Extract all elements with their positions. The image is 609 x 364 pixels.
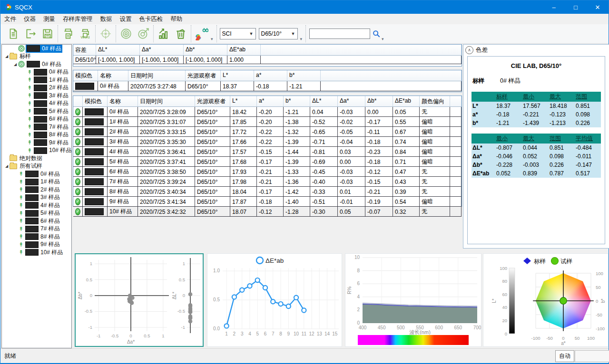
table-cell: 0.74 [393, 137, 420, 147]
table-cell: 7# 样品 [108, 177, 138, 187]
table-cell: -1.21 [287, 81, 321, 91]
print-word-button[interactable]: Word [77, 25, 94, 42]
table-cell: -0.03 [338, 107, 365, 117]
tree-item[interactable]: ↟6# 样品 [2, 115, 71, 124]
table-cell: -0.51 [310, 197, 338, 207]
tree-item[interactable]: ↟0# 样品 [2, 170, 71, 178]
color-swatch [34, 77, 47, 83]
tree-item[interactable]: ↟8# 样品 [2, 233, 71, 241]
tree-item[interactable]: ↟4# 样品 [2, 100, 71, 108]
tree-item[interactable]: ↟6# 样品 [2, 217, 71, 225]
menu-item[interactable]: 数据 [97, 14, 116, 24]
menu-item[interactable]: 仪器 [20, 14, 39, 24]
tree-item[interactable]: ↟4# 样品 [2, 201, 71, 210]
svg-text:0: 0 [562, 335, 564, 341]
table-cell [83, 157, 108, 167]
table-cell: 2020/7/25 3:39:24 [138, 177, 195, 187]
header-cell: b* [287, 70, 321, 81]
collapse-icon[interactable]: ∧ [465, 46, 473, 54]
close-button[interactable]: ✕ [587, 0, 609, 14]
menu-item[interactable]: 文件 [0, 14, 20, 24]
status-empty-box [575, 350, 609, 362]
delete-trash-button[interactable] [172, 25, 189, 42]
target-crosshair-button[interactable] [97, 25, 114, 42]
tree-item[interactable]: ↟9# 样品 [2, 241, 71, 249]
tree-item[interactable]: ↟1# 样品 [2, 178, 71, 186]
tree-item[interactable]: 绝对数据 [2, 154, 71, 163]
save-button[interactable] [39, 25, 56, 42]
table-cell: 17.85 [230, 117, 257, 127]
table-cell: 2020/7/25 3:36:41 [138, 147, 195, 157]
tree-item[interactable]: ↟7# 样品 [2, 123, 71, 131]
lab-stats-table: 标样最小最大范围L*18.3717.56718.4180.851a*-0.18-… [471, 92, 601, 127]
toolbar-overflow-icon[interactable]: ▾ [211, 37, 213, 41]
illuminant-select[interactable]: D65/10°▼ [259, 28, 298, 39]
print-button[interactable] [59, 25, 77, 42]
search-icon[interactable] [372, 29, 381, 38]
tree-item[interactable]: ◢所有试样 [2, 163, 71, 171]
tree-item[interactable]: ↟8# 样品 [2, 131, 71, 139]
search-input[interactable] [309, 29, 370, 39]
sample-arrow-icon: ↟ [18, 233, 24, 240]
menu-item[interactable]: 测量 [39, 14, 59, 24]
tree-item[interactable]: ◢0# 样品 [2, 60, 71, 68]
target-arrow-button[interactable] [135, 25, 152, 42]
svg-text:0.5: 0.5 [179, 277, 185, 282]
tree-item[interactable]: ↟2# 样品 [2, 84, 71, 92]
color-difference-panel: ∧ 色差 CIE LAB, D65/10° 标样 0# 样品 标样最小最大范围L… [463, 44, 609, 249]
tree-item[interactable]: ↟1# 样品 [2, 76, 71, 84]
app-icon [4, 3, 12, 11]
header-cell: Δb* [184, 45, 227, 56]
tree-item[interactable]: ↟9# 样品 [2, 139, 71, 147]
tree-item[interactable]: ↟3# 样品 [2, 194, 71, 202]
concentric-circles-button[interactable] [118, 25, 135, 42]
color-card-match-button[interactable] [193, 25, 210, 42]
tree-item[interactable]: ↟5# 样品 [2, 107, 71, 115]
mode-select[interactable]: SCI▼ [220, 28, 256, 39]
table-cell: 0.839 [522, 169, 549, 178]
menu-item[interactable]: 设置 [116, 14, 136, 24]
header-cell: 平均值 [575, 134, 601, 144]
table-cell: -0.18 [254, 81, 287, 91]
tree-item[interactable]: ↟10# 样品 [2, 249, 71, 257]
svg-text:-50: -50 [546, 335, 553, 341]
export-button[interactable] [22, 25, 39, 42]
menu-item[interactable]: 帮助 [167, 14, 187, 24]
toolbar-overflow-icon[interactable]: ▾ [300, 37, 303, 41]
tree-item[interactable]: ↟2# 样品 [2, 186, 71, 194]
pass-check-icon: ✓ [75, 138, 80, 145]
tree-item-label: 所有试样 [20, 162, 42, 170]
tree-item[interactable]: ↟3# 样品 [2, 92, 71, 100]
statistics-chart-button[interactable] [155, 25, 172, 42]
table-cell: 2020/7/25 3:42:32 [138, 207, 195, 217]
table-cell: 3# 样品 [108, 137, 138, 147]
color-swatch [34, 108, 47, 115]
svg-text:50: 50 [575, 335, 580, 341]
tree-item[interactable]: ◢标样 [2, 53, 71, 61]
auto-button[interactable]: 自动 [555, 350, 574, 362]
table-cell: -0.21 [257, 167, 284, 177]
table-cell: Δa* [471, 152, 495, 161]
maximize-button[interactable]: □ [565, 0, 587, 14]
table-cell [83, 197, 108, 207]
new-document-button[interactable] [5, 25, 22, 42]
svg-text:-1: -1 [88, 325, 92, 330]
menu-item[interactable]: 色卡匹检 [136, 14, 167, 24]
tree-item[interactable]: 0# 样品 [2, 45, 71, 53]
toolbar-overflow-icon[interactable]: ▾ [382, 37, 384, 41]
menu-item[interactable]: 存样库管理 [59, 14, 97, 24]
toolbar-group-colormatch: ▾ [191, 25, 216, 42]
header-cell: Δa* [140, 45, 184, 56]
header-cell [450, 96, 462, 107]
tree-item[interactable]: ↟10# 样品 [2, 147, 71, 155]
tree-item[interactable]: ↟0# 样品 [2, 68, 71, 77]
color-swatch [85, 188, 104, 195]
gamut-chart-svg: 标样试样100806040200L*-100-50050100100500-50… [483, 254, 607, 345]
tree-item[interactable]: ↟5# 样品 [2, 210, 71, 218]
table-cell: 17.72 [230, 127, 257, 137]
header-cell: 范围 [549, 134, 575, 144]
tree-item[interactable]: ↟7# 样品 [2, 225, 71, 233]
sample-arrow-icon: ↟ [18, 210, 24, 217]
table-cell: 偏暗 [420, 157, 450, 167]
minimize-button[interactable]: – [543, 0, 565, 14]
